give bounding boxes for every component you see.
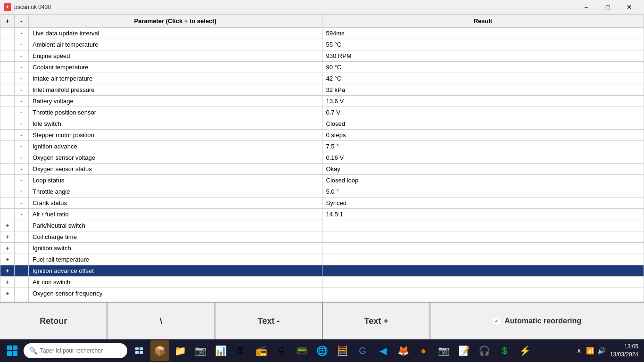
taskbar-app-icon-10[interactable]: 🧮 bbox=[333, 340, 352, 361]
table-row[interactable]: -Coolant temperature90 °C bbox=[0, 62, 644, 73]
cell-minus[interactable]: - bbox=[15, 73, 29, 84]
table-row[interactable]: -Oxygen sensor voltage0.16 V bbox=[0, 152, 644, 164]
cell-minus[interactable]: - bbox=[15, 118, 29, 130]
cell-minus[interactable]: - bbox=[15, 164, 29, 175]
cell-minus[interactable] bbox=[15, 243, 29, 254]
cell-minus[interactable]: - bbox=[15, 50, 29, 62]
cell-minus[interactable] bbox=[15, 220, 29, 231]
table-row[interactable]: +Coil charge time bbox=[0, 231, 644, 243]
cell-plus[interactable] bbox=[0, 197, 15, 209]
maximize-button[interactable]: □ bbox=[597, 0, 619, 14]
taskbar-app-icon-6[interactable]: 📻 bbox=[252, 340, 271, 361]
cell-minus[interactable]: - bbox=[15, 28, 29, 39]
cell-plus[interactable] bbox=[0, 50, 15, 62]
table-row[interactable]: + bbox=[0, 299, 644, 302]
cell-plus[interactable] bbox=[0, 107, 15, 118]
table-row[interactable]: -Throttle angle5.0 ° bbox=[0, 186, 644, 197]
taskbar-app-icon-12[interactable]: ◀ bbox=[373, 340, 392, 361]
cell-minus[interactable]: - bbox=[15, 209, 29, 220]
table-row[interactable]: -Throttle position sensor0.7 V bbox=[0, 107, 644, 118]
table-row[interactable]: -Ignition advance7.5 ° bbox=[0, 141, 644, 152]
retour-button[interactable]: Retour bbox=[0, 303, 107, 339]
table-row[interactable]: +Ignition advance offset bbox=[0, 265, 644, 277]
cell-plus[interactable]: + bbox=[0, 231, 15, 243]
table-row[interactable]: +Fuel rail temperature bbox=[0, 254, 644, 265]
cell-plus[interactable] bbox=[0, 28, 15, 39]
close-button[interactable]: ✕ bbox=[619, 0, 640, 14]
cell-plus[interactable]: + bbox=[0, 277, 15, 288]
table-row[interactable]: +Ignition switch bbox=[0, 243, 644, 254]
taskbar-app-icon-5[interactable]: 🗓 bbox=[231, 340, 250, 361]
back-slash-button[interactable]: \ bbox=[107, 303, 215, 339]
cell-minus[interactable] bbox=[15, 277, 29, 288]
col-header-plus[interactable]: + bbox=[0, 15, 15, 28]
cell-plus[interactable] bbox=[0, 164, 15, 175]
table-row[interactable]: -Ambient air temperature55 °C bbox=[0, 39, 644, 50]
taskbar-app-icon-3[interactable]: 📷 bbox=[191, 340, 210, 361]
table-row[interactable]: -Intake air temperature42 °C bbox=[0, 73, 644, 84]
tray-wifi[interactable]: 📶 bbox=[586, 346, 595, 355]
cell-plus[interactable]: + bbox=[0, 265, 15, 277]
table-row[interactable]: +Air con switch bbox=[0, 277, 644, 288]
cell-minus[interactable]: - bbox=[15, 107, 29, 118]
taskbar-app-icon-firefox[interactable]: 🦊 bbox=[394, 340, 413, 361]
cell-plus[interactable]: + bbox=[0, 220, 15, 231]
search-bar[interactable]: 🔍 Taper ici pour rechercher bbox=[24, 343, 127, 358]
cell-plus[interactable] bbox=[0, 62, 15, 73]
taskbar-app-icon-7[interactable]: 🖨 bbox=[272, 340, 291, 361]
table-row[interactable]: -Oxygen sensor statusOkay bbox=[0, 164, 644, 175]
cell-plus[interactable] bbox=[0, 118, 15, 130]
table-wrapper[interactable]: + - Parameter (Click + to select) Result… bbox=[0, 14, 644, 302]
cell-minus[interactable]: - bbox=[15, 197, 29, 209]
cell-plus[interactable] bbox=[0, 141, 15, 152]
cell-minus[interactable]: - bbox=[15, 96, 29, 107]
taskbar-app-icon-11[interactable]: G bbox=[353, 340, 372, 361]
tray-expand[interactable]: ∧ bbox=[574, 346, 584, 355]
cell-plus[interactable]: + bbox=[0, 288, 15, 299]
table-row[interactable]: -Crank statusSynced bbox=[0, 197, 644, 209]
taskbar-app-icon-2[interactable]: 📁 bbox=[171, 340, 190, 361]
taskbar-app-icon-4[interactable]: 📊 bbox=[211, 340, 230, 361]
taskbar-app-icon-8[interactable]: 📟 bbox=[292, 340, 311, 361]
tray-sound[interactable]: 🔊 bbox=[597, 346, 606, 355]
cell-plus[interactable] bbox=[0, 186, 15, 197]
start-button[interactable] bbox=[2, 340, 23, 361]
table-row[interactable]: -Engine speed930 RPM bbox=[0, 50, 644, 62]
table-row[interactable]: +Oxygen sensor frequency bbox=[0, 288, 644, 299]
taskbar-app-icon-16[interactable]: 🎧 bbox=[475, 340, 494, 361]
taskbar-app-icon-14[interactable]: 📷 bbox=[434, 340, 453, 361]
cell-plus[interactable]: + bbox=[0, 299, 15, 302]
cell-minus[interactable]: - bbox=[15, 141, 29, 152]
cell-minus[interactable] bbox=[15, 299, 29, 302]
cell-minus[interactable]: - bbox=[15, 186, 29, 197]
taskbar-app-icon-18[interactable]: ⚡ bbox=[515, 340, 534, 361]
taskbar-app-icon-1[interactable]: 📦 bbox=[150, 340, 169, 361]
cell-plus[interactable] bbox=[0, 96, 15, 107]
taskbar-app-icon-9[interactable]: 🌐 bbox=[313, 340, 331, 361]
cell-minus[interactable]: - bbox=[15, 39, 29, 50]
taskbar-app-icon-13[interactable]: ● bbox=[414, 340, 433, 361]
cell-minus[interactable]: - bbox=[15, 130, 29, 141]
table-row[interactable]: -Live data update interval594ms bbox=[0, 28, 644, 39]
table-row[interactable]: -Stepper motor position0 steps bbox=[0, 130, 644, 141]
text-plus-button[interactable]: Text + bbox=[323, 303, 430, 339]
cell-minus[interactable] bbox=[15, 231, 29, 243]
cell-plus[interactable]: + bbox=[0, 254, 15, 265]
cell-minus[interactable]: - bbox=[15, 175, 29, 186]
cell-plus[interactable] bbox=[0, 175, 15, 186]
taskbar-app-icon-17[interactable]: $ bbox=[495, 340, 514, 361]
table-row[interactable]: -Inlet manifold pressure32 kPa bbox=[0, 84, 644, 96]
cell-minus[interactable]: - bbox=[15, 152, 29, 164]
cell-minus[interactable] bbox=[15, 288, 29, 299]
cell-plus[interactable]: + bbox=[0, 243, 15, 254]
cell-plus[interactable] bbox=[0, 84, 15, 96]
taskbar-icon-task-view[interactable] bbox=[130, 340, 149, 361]
table-row[interactable]: +Park/Neutral switch bbox=[0, 220, 644, 231]
table-row[interactable]: -Idle switchClosed bbox=[0, 118, 644, 130]
table-row[interactable]: -Battery voltage13.6 V bbox=[0, 96, 644, 107]
cell-plus[interactable] bbox=[0, 130, 15, 141]
taskbar-app-icon-15[interactable]: 📝 bbox=[454, 340, 473, 361]
cell-plus[interactable] bbox=[0, 152, 15, 164]
cell-plus[interactable] bbox=[0, 209, 15, 220]
text-minus-button[interactable]: Text - bbox=[215, 303, 323, 339]
